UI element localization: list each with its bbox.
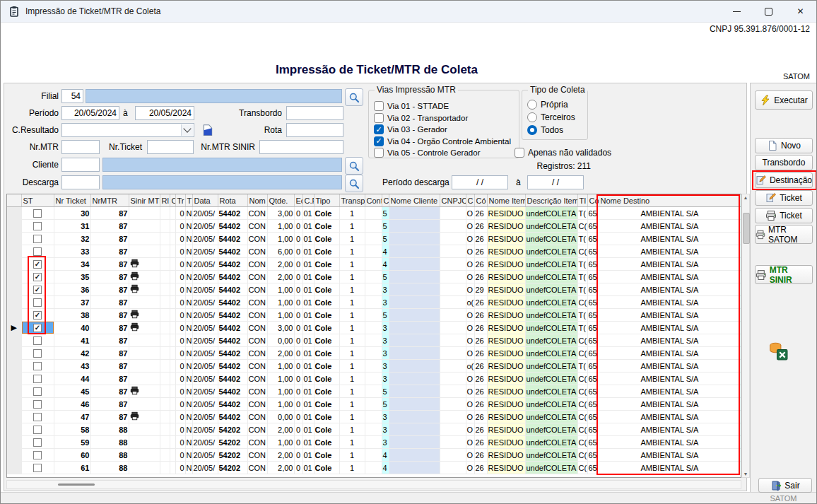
row-select-checkbox[interactable] [33,298,42,307]
periodo-to-input[interactable] [135,106,194,120]
maximize-button[interactable] [753,1,784,22]
via-2-checkbox[interactable]: Via 02 - Transportador [374,113,468,123]
novo-button[interactable]: Novo [755,138,813,153]
column-header[interactable]: Sinir MTR [129,194,160,207]
row-select-checkbox[interactable]: ✓ [33,260,42,269]
table-row[interactable]: 59880N20/05/54202CON1,00001Cole13O26RESI… [7,436,741,449]
table-row[interactable]: ✓36870N20/05/54402CON1,00001Cole13O29RES… [7,283,741,296]
row-select-checkbox[interactable] [33,375,42,383]
minimize-button[interactable] [721,1,753,22]
scroll-up-icon[interactable]: ▲ [742,195,749,200]
cresultado-combo[interactable] [61,123,194,137]
row-select-checkbox[interactable] [33,426,42,434]
table-row[interactable]: ✓34870N20/05/54402CON2,00001Cole14O26RES… [7,258,741,271]
table-row[interactable]: 37870N20/05/54402CON1,00001Cole13o(26RES… [7,296,741,309]
row-select-checkbox[interactable] [33,400,42,409]
periodo-descarga-from-input[interactable] [452,175,508,189]
row-select-checkbox[interactable] [33,247,42,256]
ticket-edit-button[interactable]: Ticket [755,190,813,206]
nrmtrsinir-input[interactable] [259,140,343,154]
column-header[interactable]: Co [587,194,599,207]
table-row[interactable]: 45870N20/05/54402CON1,00001Cole15O26RESI… [7,385,741,398]
table-row[interactable]: 47870N20/05/54402CON0,00001Cole13O26RESI… [7,411,741,423]
column-header[interactable]: CNPJCli [440,194,466,207]
table-row[interactable]: 42870N20/05/54402CON2,00001Cole13O26RESI… [7,347,741,360]
column-header[interactable]: Nome Item [487,194,525,207]
row-select-checkbox[interactable]: ✓ [33,273,42,281]
row-select-checkbox[interactable]: ✓ [33,311,42,320]
cliente-code-input[interactable] [61,158,100,172]
nrmtr-input[interactable] [61,140,100,154]
transbordo-input[interactable] [286,106,343,120]
periodo-descarga-to-input[interactable] [527,175,584,189]
column-header[interactable] [7,194,21,207]
column-header[interactable]: Tr [175,194,185,207]
table-row[interactable]: 31870N20/05/54402CON1,00001Cole15O26RESI… [7,220,741,233]
column-header[interactable]: Nome Cliente [389,194,440,207]
table-row[interactable]: 61880N20/05/54202CON2,00001Cole14O26RESI… [7,462,741,474]
periodo-from-input[interactable] [61,106,119,120]
row-select-checkbox[interactable] [33,336,42,345]
table-row[interactable]: 44870N20/05/54402CON1,00001Cole13O26RESI… [7,373,741,385]
via-5-checkbox[interactable]: Via 05 - Controle Gerador [374,148,480,158]
column-header[interactable]: Rota [218,194,247,207]
via-3-checkbox[interactable]: ✓Via 03 - Gerador [374,124,447,134]
export-excel-button[interactable] [769,341,788,363]
horizontal-scrollbar[interactable] [6,480,741,489]
sair-button[interactable]: Sair [758,478,812,493]
via-4-checkbox[interactable]: ✓Via 04 - Orgão Controle Ambiental [374,136,511,146]
filial-search-button[interactable] [345,88,363,106]
table-row[interactable]: 30870N20/05/54402CON3,00001Cole15O26RESI… [7,207,741,220]
cliente-search-button[interactable] [345,157,363,175]
filial-input[interactable] [61,89,83,103]
vertical-scrollbar-thumb[interactable] [743,213,750,244]
column-header[interactable]: ST [21,194,54,207]
table-row[interactable]: 60880N20/05/54202CON2,00001Cole14O26RESI… [7,449,741,462]
tipo-terceiros-radio[interactable]: Terceiros [527,112,575,122]
scroll-down-icon[interactable]: ▼ [742,471,749,476]
row-select-checkbox[interactable] [33,438,42,447]
ticket-print-button[interactable]: Ticket [755,208,813,223]
mtr-satom-button[interactable]: MTR SATOM [755,225,813,244]
transbordo-button[interactable]: Transbordo [755,155,813,170]
column-header[interactable]: C [170,194,175,207]
column-header[interactable]: Ec [294,194,302,207]
row-select-checkbox[interactable] [33,464,42,472]
table-row[interactable]: 33870N20/05/54402CON6,00001Cole14O26RESI… [7,245,741,258]
descarga-code-input[interactable] [61,175,100,189]
row-select-checkbox[interactable] [33,235,42,243]
column-header[interactable]: Nom [247,194,267,207]
row-select-checkbox[interactable] [33,451,42,459]
descarga-search-button[interactable] [345,175,363,192]
row-select-checkbox[interactable] [33,413,42,421]
vertical-scrollbar[interactable]: ▲ ▼ [741,194,750,478]
column-header[interactable]: C [466,194,474,207]
column-header[interactable]: Có [474,194,487,207]
apenas-nao-validados-checkbox[interactable]: Apenas não validados [515,148,611,158]
column-header[interactable]: Rl [160,194,170,207]
executar-button[interactable]: Executar [755,90,813,110]
row-select-checkbox[interactable] [33,222,42,230]
table-row[interactable]: 41870N20/05/54402CON0,00001Cole13O26RESI… [7,334,741,347]
via-1-checkbox[interactable]: Via 01 - STTADE [374,101,449,111]
combo-dropdown-button[interactable] [181,124,193,136]
cresultado-doc-button[interactable] [199,122,216,138]
row-select-checkbox[interactable]: ✓ [33,286,42,294]
column-header[interactable]: Descrição Item [525,194,577,207]
table-row[interactable]: 32870N20/05/54402CON1,00001Cole15O26RESI… [7,233,741,245]
column-header[interactable]: Transp. [339,194,365,207]
column-header[interactable]: Tipo [314,194,339,207]
column-header[interactable]: C [382,194,389,207]
destinacao-button[interactable]: Destinação [755,172,813,188]
column-header[interactable]: C.F [302,194,314,207]
column-header[interactable]: Data [192,194,218,207]
table-row[interactable]: ▶✓40870N20/05/54402CON3,00001Cole13O26RE… [7,322,741,334]
column-header[interactable]: Nome Destino [599,194,741,207]
table-row[interactable]: 46870N20/05/54402CON1,00001Cole15O26RESI… [7,398,741,411]
row-select-checkbox[interactable] [33,362,42,370]
tipo-propria-radio[interactable]: Própria [527,100,568,110]
close-button[interactable]: ✕ [784,1,816,22]
mtr-sinir-button[interactable]: MTR SINIR [755,265,813,284]
table-row[interactable]: 43870N20/05/54402CON1,00001Cole13o(26RES… [7,360,741,373]
table-row[interactable]: ✓38870N20/05/54402CON1,00001Cole15O26RES… [7,309,741,322]
